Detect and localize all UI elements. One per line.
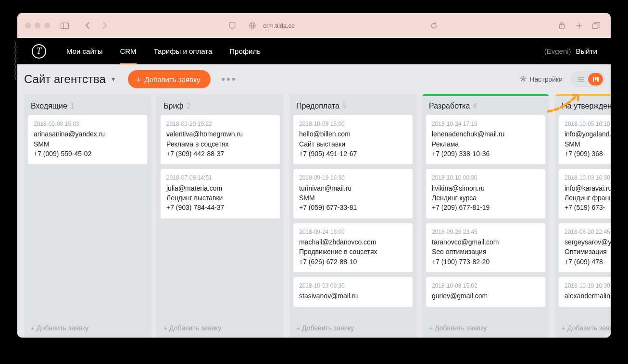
- nav-crm[interactable]: CRM: [111, 38, 145, 64]
- tabs-overview-icon[interactable]: [590, 19, 603, 32]
- column-body: 2018-09-29 15:22valentiva@homegrown.ruРе…: [157, 115, 284, 319]
- more-menu-icon[interactable]: •••: [221, 73, 237, 85]
- lead-card[interactable]: 2018-10-19 16:30alexandermalin@: [559, 277, 611, 307]
- title-dropdown-caret-icon[interactable]: ▼: [111, 76, 116, 83]
- lead-card[interactable]: 2018-10-05 10:10info@yogaland.ruSMM+7 (9…: [559, 115, 611, 164]
- card-email: machail@zhdanovco.com: [299, 237, 407, 247]
- nav-my-sites[interactable]: Мои сайты: [58, 38, 111, 64]
- card-phone: +7 (909) 368-: [565, 149, 611, 158]
- lead-card[interactable]: 2018-07-08 14:51julia@materia.comЛендинг…: [161, 169, 280, 218]
- column-body: 2018-09-08 15:03arinasanina@yandex.ruSMM…: [24, 115, 151, 319]
- tilda-logo[interactable]: T: [32, 44, 46, 59]
- lead-card[interactable]: 2018-09-26 23:45taranovco@gmail.comSeo о…: [426, 223, 545, 272]
- column-title: Разработка: [429, 102, 470, 110]
- lead-card[interactable]: 2018-10-03 16:30info@karavai.ruЛендинг ф…: [559, 169, 611, 218]
- top-nav: T Мои сайты CRM Тарифы и оплата Профиль …: [17, 38, 611, 64]
- lead-card[interactable]: 2018-10-08 15:00hello@billen.comСайт выс…: [293, 115, 413, 164]
- card-phone: +7 (519) 673-: [565, 203, 611, 212]
- add-lead-button[interactable]: + Добавить заявку: [128, 70, 211, 88]
- kanban-column: Предоплата52018-10-08 15:00hello@billen.…: [289, 94, 416, 338]
- nav-tariffs[interactable]: Тарифы и оплата: [145, 38, 221, 64]
- column-body: 2018-10-05 10:10info@yogaland.ruSMM+7 (9…: [555, 115, 611, 319]
- column-title: Входящие: [31, 102, 67, 110]
- lead-card[interactable]: 2018-09-24 16:00machail@zhdanovco.comПро…: [293, 223, 413, 272]
- url-bar[interactable]: crm.tilda.cc: [115, 19, 551, 32]
- svg-rect-8: [593, 24, 598, 29]
- column-title: Предоплата: [296, 102, 339, 110]
- card-phone: +7 (905) 491-12-67: [299, 149, 407, 158]
- url-text: crm.tilda.cc: [263, 22, 295, 29]
- forward-icon[interactable]: [98, 19, 112, 32]
- list-view-icon[interactable]: [573, 73, 588, 85]
- lead-card[interactable]: 2018-08-20 22:45sergeysarov@ya.ruОптимиз…: [559, 223, 611, 272]
- settings-label: Настройки: [529, 75, 563, 83]
- card-email: info@karavai.ru: [565, 183, 611, 193]
- column-add-lead[interactable]: + Добавить заявку: [157, 319, 284, 338]
- card-date: 2018-10-08 15:02: [432, 282, 540, 290]
- reload-icon[interactable]: [427, 19, 441, 32]
- card-date: 2018-09-19 16:30: [299, 174, 407, 182]
- card-subject: Реклама в соцсетях: [166, 139, 274, 149]
- column-count: 2: [187, 102, 191, 110]
- card-email: julia@materia.com: [166, 183, 274, 193]
- card-subject: Лендинг выставки: [166, 193, 274, 203]
- settings-link[interactable]: Настройки: [520, 75, 563, 84]
- column-header[interactable]: Бриф2: [157, 96, 284, 115]
- lead-card[interactable]: 2018-09-19 16:30turinivan@mail.ruSMM+7 (…: [293, 169, 413, 218]
- kanban-view-icon[interactable]: [588, 73, 603, 85]
- window-zoom-dot[interactable]: [44, 23, 50, 28]
- column-header[interactable]: Разработка4: [422, 96, 549, 115]
- window-minimize-dot[interactable]: [35, 23, 40, 28]
- svg-rect-14: [595, 77, 596, 80]
- nav-label: Мои сайты: [66, 47, 102, 55]
- card-email: sergeysarov@ya.ru: [565, 237, 611, 247]
- column-count: 5: [342, 102, 347, 110]
- lead-card[interactable]: 2018-10-10 00:30livikina@simon.ruЛендинг…: [426, 169, 545, 218]
- card-email: arinasanina@yandex.ru: [34, 129, 141, 139]
- card-date: 2018-10-10 00:30: [432, 174, 540, 182]
- card-subject: Продвижение в соцсетях: [299, 247, 407, 256]
- card-date: 2018-10-05 10:10: [565, 120, 611, 128]
- nav-logout[interactable]: Выйти: [576, 47, 597, 55]
- lead-card[interactable]: 2018-10-24 17:15lenenadenchuk@mail.ruРек…: [426, 115, 545, 164]
- share-icon[interactable]: [555, 19, 568, 32]
- card-email: valentiva@homegrown.ru: [166, 129, 274, 139]
- nav-profile[interactable]: Профиль: [221, 38, 269, 64]
- column-header[interactable]: На утверждении: [555, 96, 611, 115]
- column-add-lead[interactable]: + Добавить заявку: [289, 319, 416, 338]
- browser-tab-bar: crm.tilda.cc: [17, 13, 611, 38]
- svg-rect-13: [593, 77, 594, 82]
- page-title: Сайт агентства: [24, 73, 106, 86]
- browser-window: crm.tilda.cc T Мои сайты CRM Тарифы и оп…: [17, 13, 611, 338]
- view-toggle[interactable]: [571, 72, 605, 87]
- back-icon[interactable]: [81, 19, 94, 32]
- card-subject: SMM: [565, 139, 611, 149]
- lead-card[interactable]: 2018-10-08 15:02guriev@gmail.com: [426, 277, 545, 307]
- card-phone: +7 (309) 442-88-37: [166, 149, 274, 158]
- nav-label: CRM: [120, 47, 136, 55]
- lead-card[interactable]: 2018-10-03 09:30stasivanov@mail.ru: [293, 277, 413, 307]
- column-header[interactable]: Предоплата5: [289, 96, 416, 115]
- svg-rect-15: [597, 77, 599, 82]
- lead-card[interactable]: 2018-09-29 15:22valentiva@homegrown.ruРе…: [161, 115, 280, 164]
- card-phone: +7 (009) 559-45-02: [34, 149, 141, 158]
- card-phone: +7 (903) 784-44-37: [166, 203, 274, 212]
- column-add-lead[interactable]: + Добавить заявку: [24, 319, 151, 338]
- column-add-lead[interactable]: + Добавить заявку: [422, 319, 549, 338]
- lead-card[interactable]: 2018-09-08 15:03arinasanina@yandex.ruSMM…: [28, 115, 147, 164]
- shield-icon: [226, 19, 239, 32]
- column-add-lead[interactable]: + Добавить заявку: [555, 319, 611, 338]
- column-header[interactable]: Входящие1: [24, 96, 151, 115]
- card-phone: +7 (609) 478-: [565, 257, 611, 267]
- new-tab-icon[interactable]: [572, 19, 586, 32]
- card-email: info@yogaland.ru: [565, 129, 611, 139]
- card-date: 2018-09-26 23:45: [432, 228, 540, 236]
- sidebar-toggle-icon[interactable]: [58, 19, 71, 32]
- kanban-board: Входящие12018-09-08 15:03arinasanina@yan…: [17, 94, 611, 338]
- card-date: 2018-10-03 09:30: [299, 282, 407, 290]
- column-count: 4: [473, 102, 477, 110]
- card-subject: Лендинг франшизы: [565, 193, 611, 203]
- lock-icon: [246, 19, 259, 32]
- card-date: 2018-10-08 15:00: [299, 120, 407, 128]
- window-close-dot[interactable]: [25, 23, 31, 28]
